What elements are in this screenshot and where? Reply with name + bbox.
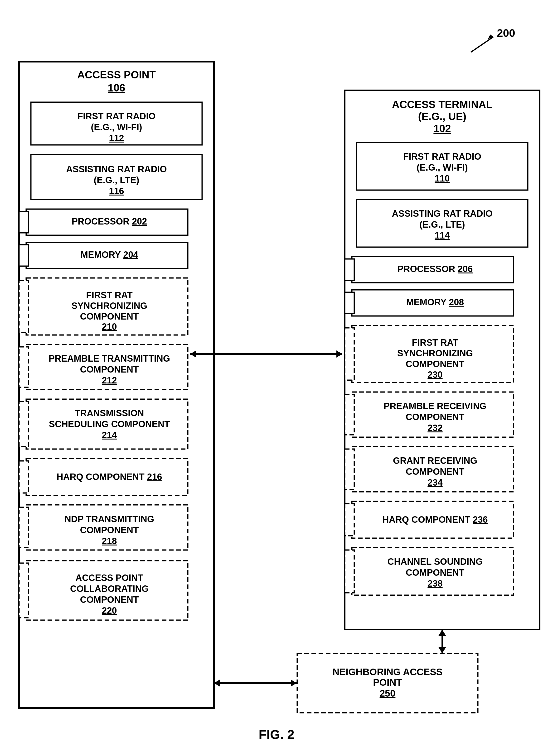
- at-first-rat-sync-line1: FIRST RAT: [412, 338, 458, 348]
- at-first-rat-radio-line1: FIRST RAT RADIO: [403, 152, 481, 162]
- ap-processor-label: PROCESSOR 202: [72, 216, 147, 226]
- ap-assisting-rat-radio-ref: 116: [109, 186, 124, 196]
- at-assisting-rat-radio-ref: 114: [434, 230, 450, 241]
- ap-title: ACCESS POINT: [77, 69, 156, 81]
- at-channel-sounding-tab: [345, 550, 354, 593]
- ap-first-rat-sync-line2: SYNCHRONIZING: [72, 301, 147, 311]
- at-to-neighbor-up-head: [438, 630, 446, 636]
- at-memory-label: MEMORY 208: [406, 297, 464, 307]
- at-first-rat-sync-tab: [345, 328, 354, 380]
- at-to-neighbor-down-head: [438, 647, 446, 653]
- ap-collab-line3: COMPONENT: [80, 595, 139, 605]
- ap-first-rat-sync-line3: COMPONENT: [80, 311, 139, 321]
- ap-first-rat-sync-line1: FIRST RAT: [86, 290, 133, 300]
- ap-ndp-tx-tab: [19, 507, 28, 548]
- neighboring-ap-ref: 250: [380, 688, 396, 698]
- at-ref: 102: [433, 122, 451, 134]
- sync-arrow-right-head: [336, 351, 342, 358]
- ap-first-rat-radio-line1: FIRST RAT RADIO: [78, 111, 156, 121]
- ap-assisting-rat-radio-line1: ASSISTING RAT RADIO: [66, 164, 167, 174]
- ap-tx-sched-ref: 214: [102, 430, 117, 440]
- ap-ndp-tx-line2: COMPONENT: [80, 525, 139, 535]
- at-first-rat-radio-line2: (E.G., WI-FI): [416, 163, 468, 173]
- at-preamble-rx-tab: [345, 394, 354, 435]
- fig-label: FIG. 2: [259, 727, 294, 742]
- ap-memory-tab: [19, 245, 28, 266]
- at-grant-rx-tab: [345, 449, 354, 489]
- at-channel-sounding-line1: CHANNEL SOUNDING: [388, 557, 483, 567]
- ap-ref: 106: [108, 82, 125, 94]
- ap-assisting-rat-radio-line2: (E.G., LTE): [94, 175, 139, 185]
- ap-tx-sched-line1: TRANSMISSION: [75, 408, 144, 418]
- ap-collab-line1: ACCESS POINT: [75, 573, 143, 583]
- ap-preamble-tx-ref: 212: [102, 375, 117, 385]
- ap-preamble-tx-tab: [19, 347, 28, 387]
- at-grant-rx-ref: 234: [427, 478, 443, 487]
- at-grant-rx-line2: COMPONENT: [406, 467, 465, 477]
- ap-to-neighbor-right-head: [291, 679, 297, 687]
- ap-first-rat-sync-tab: [19, 280, 28, 333]
- at-first-rat-radio-ref: 110: [434, 173, 450, 183]
- at-channel-sounding-ref: 238: [427, 578, 443, 588]
- at-assisting-rat-radio-line1: ASSISTING RAT RADIO: [392, 209, 493, 218]
- at-first-rat-sync-line2: SYNCHRONIZING: [397, 348, 473, 358]
- ap-collab-line2: COLLABORATING: [70, 584, 149, 594]
- ap-collab-tab: [19, 563, 28, 618]
- at-first-rat-sync-line3: COMPONENT: [406, 359, 465, 369]
- at-title-line1: ACCESS TERMINAL: [392, 99, 493, 110]
- ap-tx-sched-line2: SCHEDULING COMPONENT: [49, 419, 170, 429]
- at-processor-tab: [345, 259, 354, 280]
- neighboring-ap-line2: POINT: [373, 677, 402, 687]
- at-memory-tab: [345, 292, 354, 314]
- neighboring-ap-line1: NEIGHBORING ACCESS: [332, 667, 443, 677]
- arrow-to-200: [471, 37, 493, 52]
- at-preamble-rx-line1: PREAMBLE RECEIVING: [384, 401, 487, 411]
- at-harq-tab: [345, 504, 354, 536]
- ap-first-rat-radio-ref: 112: [109, 133, 124, 143]
- at-grant-rx-line1: GRANT RECEIVING: [393, 456, 477, 466]
- ap-harq-label: HARQ COMPONENT 216: [57, 472, 162, 482]
- ap-first-rat-sync-ref: 210: [102, 322, 117, 332]
- ap-memory-label: MEMORY 204: [81, 250, 138, 260]
- at-preamble-rx-line2: COMPONENT: [406, 412, 465, 422]
- ap-first-rat-radio-line2: (E.G., WI-FI): [91, 122, 142, 132]
- ref-200: 200: [497, 27, 515, 39]
- at-processor-label: PROCESSOR 206: [398, 264, 473, 274]
- ap-processor-tab: [19, 211, 28, 233]
- ap-tx-sched-tab: [19, 401, 28, 447]
- ap-ndp-tx-ref: 218: [102, 536, 117, 546]
- ap-collab-ref: 220: [102, 605, 117, 616]
- ap-preamble-tx-line2: COMPONENT: [80, 365, 139, 374]
- ap-preamble-tx-line1: PREAMBLE TRANSMITTING: [49, 354, 170, 364]
- at-title-line2: (E.G., UE): [418, 110, 466, 122]
- at-first-rat-sync-ref: 230: [427, 370, 443, 380]
- ap-ndp-tx-line1: NDP TRANSMITTING: [64, 514, 154, 524]
- ap-to-neighbor-left-head: [214, 679, 220, 687]
- at-preamble-rx-ref: 232: [427, 423, 443, 433]
- at-harq-label: HARQ COMPONENT 236: [382, 514, 488, 525]
- at-channel-sounding-line2: COMPONENT: [406, 568, 465, 578]
- ap-harq-tab: [19, 461, 28, 493]
- at-assisting-rat-radio-line2: (E.G., LTE): [419, 219, 465, 229]
